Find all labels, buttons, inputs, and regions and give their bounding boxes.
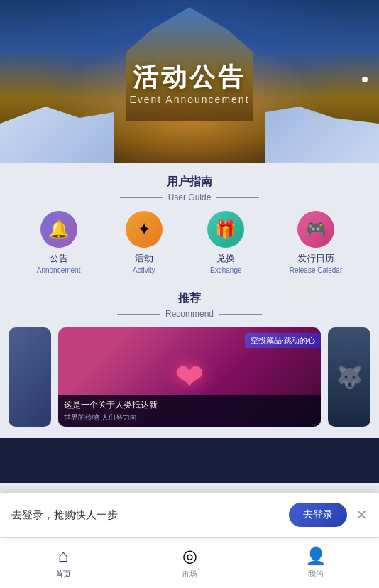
hero-snow-right bbox=[265, 107, 379, 163]
guide-item-release[interactable]: 🎮 发行日历 Release Caledar bbox=[290, 211, 343, 274]
home-icon: ⌂ bbox=[58, 546, 69, 566]
guide-icons: 🔔 公告 Annoncement ✦ 活动 Activity 🎁 兑换 Exch… bbox=[0, 211, 379, 274]
recommend-cards: 空投藏品·跳动的心 这是一个关于人类抵达新 世界的传物 人们努力向 🐺 bbox=[0, 322, 379, 432]
guide-section: 用户指南 User Guide 🔔 公告 Annoncement ✦ 活动 Ac… bbox=[0, 163, 379, 283]
profile-icon: 👤 bbox=[305, 546, 326, 566]
guide-item-activity[interactable]: ✦ 活动 Activity bbox=[126, 211, 163, 274]
go-login-button[interactable]: 去登录 bbox=[289, 503, 347, 527]
activity-label-cn: 活动 bbox=[135, 252, 153, 265]
market-icon: ◎ bbox=[182, 546, 197, 566]
card-stub-left[interactable] bbox=[9, 327, 51, 427]
recommend-title-en: Recommend bbox=[165, 309, 214, 319]
nav-profile-label: 我的 bbox=[308, 569, 324, 579]
nav-market-label: 市场 bbox=[182, 569, 197, 579]
card-info: 这是一个关于人类抵达新 世界的传物 人们努力向 bbox=[58, 395, 321, 427]
release-icon-circle: 🎮 bbox=[297, 211, 334, 248]
exchange-label-cn: 兑换 bbox=[216, 252, 235, 265]
activity-label-en: Activity bbox=[133, 266, 155, 274]
guide-header: 用户指南 User Guide bbox=[0, 175, 379, 202]
nav-item-profile[interactable]: 👤 我的 bbox=[253, 538, 379, 588]
recommend-section: 推荐 Recommend 空投藏品·跳动的心 这是一个关于人类抵达新 世界的传物… bbox=[0, 283, 379, 438]
card-stub-left-inner bbox=[9, 327, 51, 427]
card-main[interactable]: 空投藏品·跳动的心 这是一个关于人类抵达新 世界的传物 人们努力向 bbox=[58, 327, 321, 427]
hero-title-en: Event Announcement bbox=[0, 94, 379, 105]
card-info-line1: 这是一个关于人类抵达新 bbox=[64, 399, 315, 411]
recommend-header: 推荐 Recommend bbox=[0, 291, 379, 319]
guide-title-cn: 用户指南 bbox=[0, 175, 379, 190]
nav-home-label: 首页 bbox=[55, 569, 71, 579]
guide-title-en: User Guide bbox=[168, 192, 212, 202]
login-banner-actions: 去登录 ✕ bbox=[289, 503, 368, 527]
login-banner: 去登录，抢购快人一步 去登录 ✕ bbox=[0, 493, 379, 537]
exchange-label-en: Exchange bbox=[210, 266, 241, 274]
guide-divider: User Guide bbox=[0, 192, 379, 202]
hero-title-cn: 活动公告 bbox=[0, 60, 379, 95]
card-info-line2: 世界的传物 人们努力向 bbox=[64, 413, 315, 423]
nav-item-home[interactable]: ⌂ 首页 bbox=[0, 538, 126, 588]
nav-item-market[interactable]: ◎ 市场 bbox=[126, 538, 253, 588]
guide-item-announcement[interactable]: 🔔 公告 Annoncement bbox=[37, 211, 81, 274]
card-stub-right[interactable]: 🐺 bbox=[328, 327, 370, 427]
card-stub-right-inner: 🐺 bbox=[328, 327, 370, 427]
card-tag: 空投藏品·跳动的心 bbox=[245, 333, 321, 348]
hero-dot bbox=[362, 77, 368, 82]
announcement-label-cn: 公告 bbox=[50, 252, 68, 265]
login-banner-text: 去登录，抢购快人一步 bbox=[11, 508, 118, 522]
close-login-banner-button[interactable]: ✕ bbox=[356, 508, 368, 522]
release-label-cn: 发行日历 bbox=[297, 252, 334, 265]
guide-item-exchange[interactable]: 🎁 兑换 Exchange bbox=[207, 211, 244, 274]
bottom-nav: ⌂ 首页 ◎ 市场 👤 我的 bbox=[0, 537, 379, 588]
hero-snow-left bbox=[0, 107, 114, 163]
announcement-label-en: Annoncement bbox=[37, 266, 81, 274]
hero-banner: 活动公告 Event Announcement bbox=[0, 0, 379, 163]
exchange-icon-circle: 🎁 bbox=[207, 211, 244, 248]
release-label-en: Release Caledar bbox=[290, 266, 343, 274]
announcement-icon-circle: 🔔 bbox=[40, 211, 77, 248]
activity-icon-circle: ✦ bbox=[126, 211, 163, 248]
recommend-divider: Recommend bbox=[0, 309, 379, 319]
recommend-title-cn: 推荐 bbox=[0, 291, 379, 306]
